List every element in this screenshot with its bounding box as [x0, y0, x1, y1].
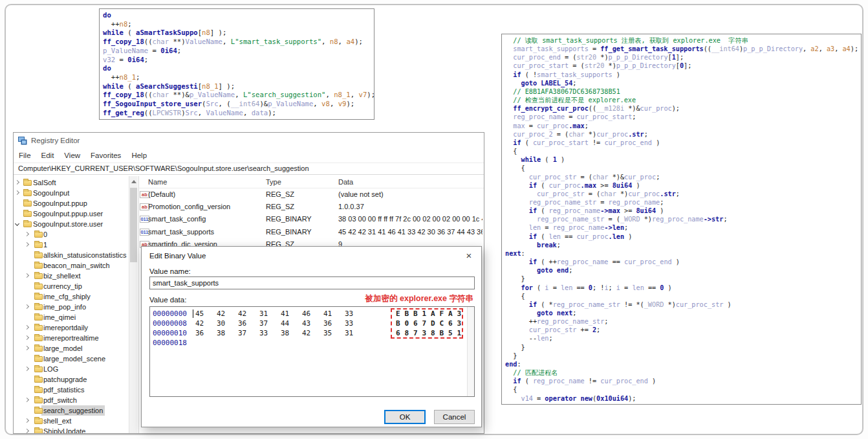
folder-icon [34, 429, 43, 433]
chevron-collapsed-icon[interactable] [25, 366, 29, 371]
tree-item-beacon_main_switch[interactable]: beacon_main_switch [14, 260, 138, 271]
value-type: REG_SZ [266, 201, 294, 213]
menu-item-file[interactable]: File [14, 152, 36, 159]
hex-address: 00000018 [153, 338, 187, 348]
column-header-data[interactable]: Data [338, 176, 353, 188]
hex-editor[interactable]: 000000004542423141464133EBB1AFA300000008… [149, 306, 475, 397]
value-name: Promotion_config_version [148, 201, 230, 213]
chevron-collapsed-icon[interactable] [25, 398, 29, 402]
code-line: } [505, 352, 858, 360]
tree-item-SogouInput.ppup[interactable]: SogouInput.ppup [14, 198, 138, 208]
folder-icon [34, 335, 43, 341]
chevron-collapsed-icon[interactable] [25, 429, 29, 433]
code-line: --len; [505, 334, 858, 343]
tree-item-SogouInput[interactable]: SogouInput [14, 188, 138, 198]
tree-item-large_model[interactable]: large_model [14, 343, 138, 354]
menu-item-favorites[interactable]: Favorites [85, 152, 126, 159]
screenshot-canvas: do ++n8;while ( aSmartTaskSuppo[n8] );ff… [0, 0, 868, 439]
tree-item-ime_cfg_shiply[interactable]: ime_cfg_shiply [14, 291, 138, 302]
registry-value-row[interactable]: ab(Default)REG_SZ(value not set) [139, 188, 484, 201]
tree-item-0[interactable]: 0 [14, 229, 138, 240]
tree-item-label: beacon_main_switch [41, 260, 112, 271]
tree-item-label: ShiplyUpdate [41, 426, 87, 433]
tree-item-label: ime_qimei [41, 312, 78, 322]
tree-item-search_suggestion[interactable]: search_suggestion [14, 405, 138, 416]
chevron-collapsed-icon[interactable] [25, 418, 29, 423]
menu-item-view[interactable]: View [59, 152, 85, 159]
value-name-input[interactable] [149, 276, 475, 289]
registry-value-row[interactable]: 011smart_task_configREG_BINARY38 03 00 0… [139, 213, 484, 225]
tree-item-allskin_statusiconstatistics[interactable]: allskin_statusiconstatistics [14, 250, 138, 260]
scrollbar-thumb[interactable] [130, 188, 137, 262]
chevron-collapsed-icon[interactable] [25, 242, 29, 247]
tree-item-label: SogouInput.ppup.user [31, 208, 105, 219]
menu-item-edit[interactable]: Edit [36, 152, 60, 159]
hex-scrollbar[interactable] [467, 307, 474, 396]
folder-icon [34, 263, 43, 269]
hex-byte: 44 [281, 319, 295, 328]
registry-value-row[interactable]: abPromotion_config_versionREG_SZ1.0.0.37 [139, 201, 484, 213]
tree-item-SalSoft[interactable]: SalSoft [14, 177, 138, 188]
value-type: REG_SZ [266, 188, 294, 201]
tree-item-ime_qimei[interactable]: ime_qimei [14, 312, 138, 322]
value-data: 45 42 42 31 41 46 41 33 42 30 36 37 44 4… [338, 226, 483, 238]
tree-item-pdf_statistics[interactable]: pdf_statistics [14, 385, 138, 395]
code-line: for ( i = len == 0; !i; i = len == 0 ) [505, 284, 858, 292]
tree-item-label: pdf_statistics [41, 385, 87, 395]
close-icon[interactable]: × [462, 249, 476, 263]
code-line: next: [505, 249, 858, 258]
tree-item-ime_pop_info[interactable]: ime_pop_info [14, 302, 138, 312]
chevron-collapsed-icon[interactable] [25, 304, 29, 309]
registry-titlebar: Registry Editor [14, 133, 484, 148]
tree-item-ShiplyUpdate[interactable]: ShiplyUpdate [14, 426, 138, 433]
ok-button[interactable]: OK [384, 410, 426, 424]
folder-icon [23, 190, 32, 196]
folder-icon [34, 315, 43, 321]
tree-scrollbar[interactable] [129, 176, 138, 433]
chevron-collapsed-icon[interactable] [25, 232, 29, 236]
hex-address: 00000008 [153, 319, 187, 328]
registry-address-bar[interactable]: Computer\HKEY_CURRENT_USER\SOFTWARE\Sogo… [14, 163, 484, 175]
column-header-type[interactable]: Type [266, 176, 281, 188]
chevron-collapsed-icon[interactable] [25, 325, 29, 330]
hex-address: 00000000 [153, 309, 187, 319]
menu-item-help[interactable]: Help [126, 152, 152, 159]
folder-icon [34, 294, 43, 300]
tree-item-shell_ext[interactable]: shell_ext [14, 416, 138, 426]
hex-byte: 38 [281, 328, 295, 338]
code-line: do [103, 64, 371, 73]
code-line: if ( reg_proc_name != cur_proc_end ) [505, 377, 858, 385]
chevron-collapsed-icon[interactable] [15, 180, 19, 185]
value-name: smart_task_config [148, 213, 206, 225]
tree-item-patchupgrade[interactable]: patchupgrade [14, 374, 138, 385]
value-name-label: Value name: [149, 267, 191, 275]
registry-value-row[interactable]: 011smart_task_supportsREG_BINARY45 42 42… [139, 226, 484, 238]
hex-byte: 42 [302, 328, 316, 338]
chevron-expanded-icon[interactable] [15, 221, 19, 226]
tree-item-label: biz_shellext [41, 271, 82, 281]
tree-item-biz_shellext[interactable]: biz_shellext [14, 271, 138, 281]
tree-item-large_model_scene[interactable]: large_model_scene [14, 354, 138, 364]
tree-item-1[interactable]: 1 [14, 240, 138, 250]
tree-item-imereportdaily[interactable]: imereportdaily [14, 322, 138, 333]
scroll-up-icon[interactable] [131, 180, 136, 183]
tree-item-imereportrealtime[interactable]: imereportrealtime [14, 333, 138, 343]
tree-item-LOG[interactable]: LOG [14, 364, 138, 374]
tree-item-SogouInput.ppup.user[interactable]: SogouInput.ppup.user [14, 208, 138, 219]
tree-item-pdf_switch[interactable]: pdf_switch [14, 395, 138, 405]
hex-byte: 41 [323, 309, 338, 319]
code-line: // 匹配进程名 [505, 368, 858, 377]
tree-item-currency_tip[interactable]: currency_tip [14, 281, 138, 291]
chevron-collapsed-icon[interactable] [25, 346, 29, 350]
chevron-collapsed-icon[interactable] [25, 273, 29, 278]
column-header-name[interactable]: Name [148, 176, 167, 188]
code-line: max = cur_proc.max; [505, 122, 858, 130]
chevron-collapsed-icon[interactable] [15, 190, 19, 195]
folder-icon [34, 356, 43, 362]
chevron-collapsed-icon[interactable] [25, 335, 29, 340]
cancel-button[interactable]: Cancel [434, 410, 475, 424]
tree-item-SogouInput.store.user[interactable]: SogouInput.store.user [14, 219, 138, 229]
tree-item-label: ime_pop_info [41, 302, 88, 312]
tree-item-label: SogouInput.store.user [31, 219, 105, 229]
code-line: len = reg_proc_name->len; [505, 223, 858, 232]
